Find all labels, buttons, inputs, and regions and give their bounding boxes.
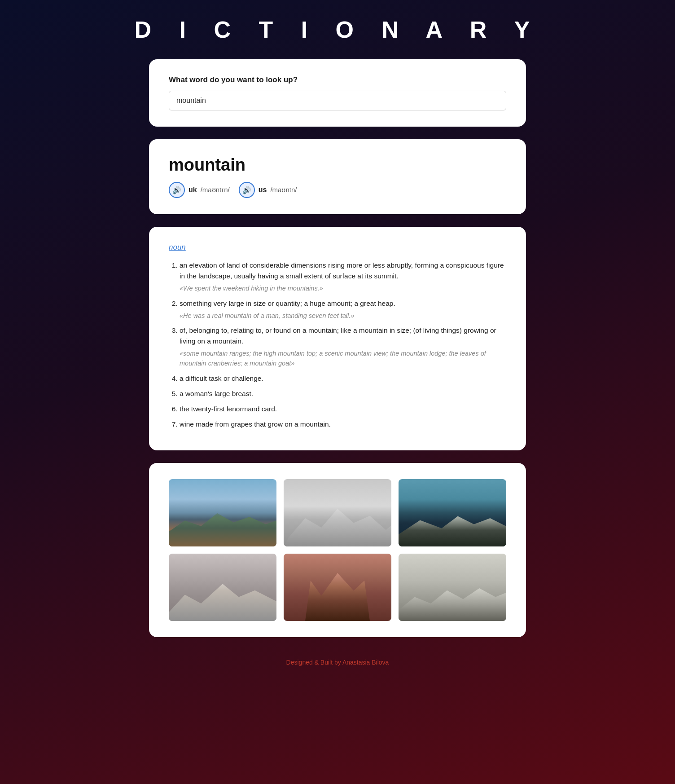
footer-text: Designed & Built by Anastasia Bilova xyxy=(286,659,389,666)
definition-item: the twenty-first lenormand card. xyxy=(180,404,506,414)
definition-item: wine made from grapes that grow on a mou… xyxy=(180,419,506,430)
us-phonetic: /maʊntn/ xyxy=(270,186,297,194)
definition-example: «He was a real mountain of a man, standi… xyxy=(180,311,506,321)
definitions-card: noun an elevation of land of considerabl… xyxy=(149,227,526,450)
definition-item: something very large in size or quantity… xyxy=(180,298,506,321)
mountain-image-5 xyxy=(284,554,391,621)
mountain-image-1 xyxy=(169,479,276,546)
definition-example: «some mountain ranges; the high mountain… xyxy=(180,348,506,369)
definition-item: a difficult task or challenge. xyxy=(180,373,506,384)
mountain-image-6 xyxy=(399,554,506,621)
part-of-speech: noun xyxy=(169,243,186,252)
uk-phonetic: /maʊntɪn/ xyxy=(201,186,230,194)
images-grid xyxy=(169,479,506,621)
us-pronunciation: 🔊 us /maʊntn/ xyxy=(239,182,297,198)
uk-speaker-button[interactable]: 🔊 xyxy=(169,182,185,198)
page-title: D I C T I O N A R Y xyxy=(0,0,675,59)
uk-pronunciation: 🔊 uk /maʊntɪn/ xyxy=(169,182,230,198)
definition-item: a woman's large breast. xyxy=(180,388,506,399)
speaker-icon-uk: 🔊 xyxy=(172,186,181,194)
uk-locale-label: uk xyxy=(188,186,197,194)
definition-item: of, belonging to, relating to, or found … xyxy=(180,325,506,369)
speaker-icon-us: 🔊 xyxy=(242,186,251,194)
us-locale-label: us xyxy=(259,186,267,194)
images-card xyxy=(149,463,526,637)
mountain-image-3 xyxy=(399,479,506,546)
search-input[interactable] xyxy=(169,91,506,110)
mountain-image-4 xyxy=(169,554,276,621)
word-term: mountain xyxy=(169,155,506,175)
definitions-list: an elevation of land of considerable dim… xyxy=(169,260,506,430)
word-card: mountain 🔊 uk /maʊntɪn/ 🔊 us /maʊntn/ xyxy=(149,139,526,214)
definition-item: an elevation of land of considerable dim… xyxy=(180,260,506,294)
search-card: What word do you want to look up? xyxy=(149,59,526,127)
us-speaker-button[interactable]: 🔊 xyxy=(239,182,255,198)
mountain-image-2 xyxy=(284,479,391,546)
pronunciation-row: 🔊 uk /maʊntɪn/ 🔊 us /maʊntn/ xyxy=(169,182,506,198)
search-label: What word do you want to look up? xyxy=(169,75,506,84)
definition-example: «We spent the weekend hiking in the moun… xyxy=(180,283,506,293)
